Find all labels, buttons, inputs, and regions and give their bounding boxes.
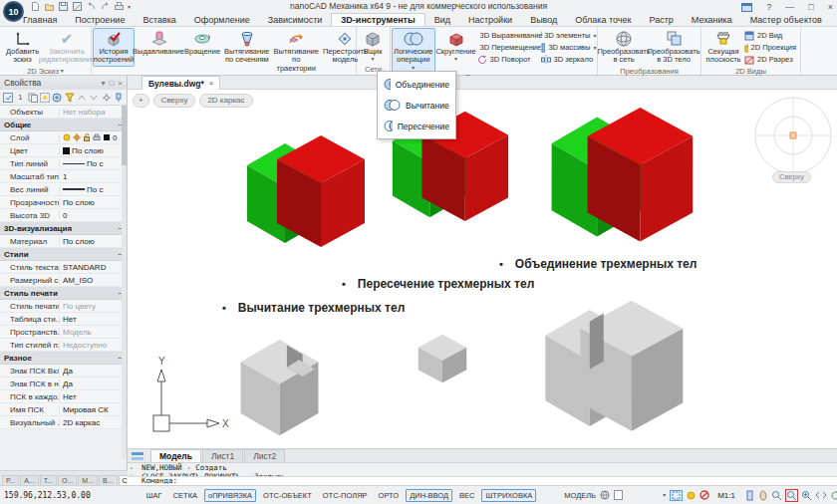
property-value[interactable]: 1 (60, 172, 127, 181)
property-row-ucs-icon-on[interactable]: Знак ПСК ВклДа (0, 365, 127, 378)
tab-3d-instrumenty[interactable]: 3D-инструменты (331, 13, 424, 26)
toggle-grid[interactable]: СЕТКА (169, 489, 201, 502)
section-misc[interactable]: Разное− (0, 352, 127, 365)
panel-tab-0[interactable]: Р... (2, 475, 19, 485)
tab-rastr[interactable]: Растр (640, 13, 682, 26)
convert-to-mesh-button[interactable]: Преобразовать в сеть (599, 28, 649, 67)
pan-icon[interactable] (757, 490, 768, 501)
close-document-icon[interactable]: × (209, 79, 214, 88)
section-styles[interactable]: Стили− (0, 248, 127, 261)
property-row-visual-style[interactable]: Визуальный ...2D каркас (0, 416, 127, 429)
panel-tab-1[interactable]: А... (20, 475, 39, 485)
result-union-solid[interactable] (536, 289, 688, 440)
property-value[interactable]: 2D каркас (60, 418, 127, 427)
boolean-operations-button[interactable]: Логические операции ▾ (392, 28, 435, 73)
cube-pair-union[interactable] (542, 96, 698, 251)
panel-scrollbar[interactable] (122, 106, 127, 459)
toggle-otrack[interactable]: ОТС-ОБЪЕКТ (259, 489, 316, 502)
close-button[interactable]: × (828, 2, 833, 12)
panel-menu-icon[interactable]: ▾ (101, 79, 105, 88)
layout-list-icon[interactable] (132, 451, 145, 461)
group-label[interactable]: 2D Виды (701, 67, 800, 76)
property-value[interactable]: 0 (60, 211, 127, 220)
panel-tab-4[interactable]: М... (78, 475, 98, 485)
history-button[interactable]: История построений (93, 28, 135, 67)
tab-vstavka[interactable]: Вставка (134, 13, 184, 26)
property-row-layer[interactable]: Слой 0 (0, 131, 127, 144)
property-value[interactable]: 0 (60, 133, 127, 142)
globe-icon[interactable] (600, 490, 610, 500)
scrollbar-thumb[interactable] (122, 106, 127, 165)
selection-cycling-icon[interactable] (670, 490, 683, 501)
toggle-snap[interactable]: ШАГ (142, 489, 166, 502)
tab-nastroyki[interactable]: Настройки (459, 13, 521, 26)
property-row-ucs-per-viewport[interactable]: ПСК в каждо...Нет (0, 390, 127, 403)
result-subtraction-solid[interactable] (235, 322, 337, 443)
regen-icon[interactable] (830, 490, 837, 501)
zoom-icon[interactable] (771, 490, 782, 501)
loft-button[interactable]: Вытягивание по сечениям (222, 28, 271, 67)
group-label[interactable]: 2D Эскиз▾ (0, 67, 91, 76)
property-value[interactable]: STANDARD (60, 263, 127, 272)
maximize-button[interactable]: □ (808, 2, 813, 12)
tab-vyvod[interactable]: Вывод (521, 13, 566, 26)
drawing-viewport[interactable]: + Сверху 2D каркас (128, 90, 837, 448)
arrays-3d-item[interactable]: 3D массивы▾ (541, 42, 597, 53)
layout-tab-list2[interactable]: Лист2 (244, 449, 285, 462)
close-icon[interactable]: × (130, 465, 134, 471)
settings-icon[interactable] (101, 92, 111, 103)
property-row-lineweight[interactable]: Вес линийПо с (0, 183, 127, 196)
menu-item-subtract[interactable]: Вычитание (378, 95, 455, 116)
no-entry-icon[interactable] (699, 490, 709, 500)
toggle-polar[interactable]: ОТС-ПОЛЯР (319, 489, 372, 502)
tab-vid[interactable]: Вид (425, 13, 459, 26)
group-label[interactable]: Преобразования (598, 67, 700, 76)
toggle-hatch[interactable]: ШТРИХОВКА (481, 489, 536, 502)
property-row-ucs-name[interactable]: Имя ПСКМировая СК (0, 403, 127, 416)
property-value[interactable]: Мировая СК (60, 405, 127, 414)
layout-tab-list1[interactable]: Лист1 (202, 449, 243, 462)
calculator-icon[interactable] (52, 92, 62, 103)
property-row-dim-style[interactable]: Размерный с...AM_ISO (0, 274, 127, 287)
command-input[interactable]: Команда: (128, 476, 837, 485)
elements-3d-item[interactable]: 3D элементы▾ (541, 30, 597, 41)
toggle-lineweight[interactable]: ВЕС (455, 489, 478, 502)
bulb-icon[interactable] (687, 491, 696, 500)
panel-tab-3[interactable]: О... (58, 475, 77, 485)
paper-sheet-icon[interactable] (614, 490, 623, 500)
panel-tab-5[interactable]: В... (99, 475, 118, 485)
finish-edit-button[interactable]: ✔ Закончить редактирование (44, 28, 90, 67)
property-row-linetype[interactable]: Тип линийПо с (0, 157, 127, 170)
revolve-button[interactable]: Вращение (182, 28, 222, 58)
add-sketch-button[interactable]: Добавить эскиз (1, 28, 44, 67)
zoom-extents-icon[interactable] (801, 490, 812, 501)
tab-oblaka-tochek[interactable]: Облака точек (566, 13, 640, 26)
zoom-window-icon[interactable] (785, 489, 798, 502)
view-back-forward-icon[interactable] (815, 490, 827, 500)
order-icon[interactable] (746, 490, 754, 501)
chevron-down-icon[interactable]: ▾ (663, 492, 666, 498)
toggle-dyn-input[interactable]: ДИН-ВВОД (406, 489, 452, 502)
tab-mekhanika[interactable]: Механика (683, 13, 741, 26)
minimize-button[interactable]: — (785, 2, 794, 12)
section-plane-button[interactable]: Секущая плоскость (702, 28, 744, 67)
property-row-ltscale[interactable]: Масштаб тип...1 (0, 170, 127, 183)
tab-postroenie[interactable]: Построение (66, 13, 134, 26)
copy-properties-icon[interactable] (28, 92, 38, 103)
property-row-transparency[interactable]: ПрозрачностьПо слою (0, 196, 127, 209)
select-all-icon[interactable] (3, 92, 13, 103)
annotation-scale[interactable]: М1:1 (717, 491, 735, 500)
rotate-3d-item[interactable]: 3D Поворот (477, 54, 541, 65)
select-one-icon[interactable]: 1 (15, 92, 25, 103)
viewport-view-control[interactable]: Сверху (153, 94, 196, 108)
app-logo[interactable]: 10 (3, 1, 24, 22)
tab-zavisimosti[interactable]: Зависимости (259, 13, 332, 26)
property-value[interactable]: AM_ISO (60, 276, 127, 285)
box-button[interactable]: Ящик ▾ (358, 28, 388, 64)
property-value[interactable]: Нет (60, 392, 127, 401)
property-value[interactable]: По с (60, 185, 127, 194)
layout-tab-model[interactable]: Модель (150, 449, 201, 462)
property-row-thickness[interactable]: Высота 3D0 (0, 209, 127, 222)
property-row-material[interactable]: МатериалПо слою (0, 235, 127, 248)
fillet-button[interactable]: Скругление ▾ (435, 28, 477, 64)
